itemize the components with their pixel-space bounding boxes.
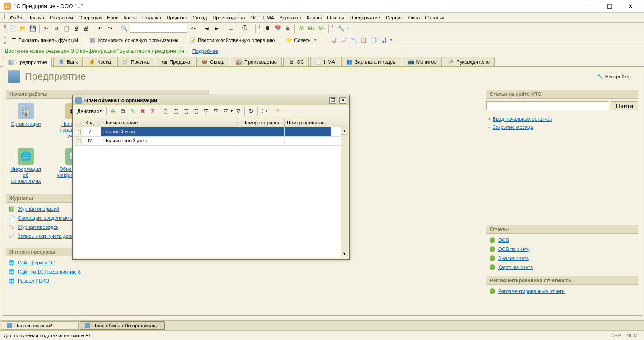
- print2-icon[interactable]: 🖨: [82, 24, 91, 33]
- edit-icon[interactable]: ✎: [128, 107, 137, 116]
- its-search-button[interactable]: Найти: [611, 101, 638, 110]
- link-osv-account[interactable]: ОСВ по счету: [498, 246, 530, 252]
- banner-more-link[interactable]: Подробнее: [192, 48, 218, 54]
- calendar-icon[interactable]: 📅: [273, 24, 282, 33]
- report6-icon[interactable]: 📊: [379, 36, 388, 45]
- mark-delete-icon[interactable]: ⊠: [148, 107, 157, 116]
- link-reg-reports[interactable]: Регламентированные отчеты: [498, 288, 565, 294]
- link-initial-balances[interactable]: Ввод начальных остатков: [493, 116, 552, 122]
- close-button[interactable]: ✕: [621, 0, 640, 12]
- actions-dropdown[interactable]: Действия ▾: [75, 108, 104, 115]
- link-1c-site[interactable]: Сайт фирмы 1С: [18, 260, 55, 265]
- filter2-icon[interactable]: ▽: [211, 107, 220, 116]
- col-code[interactable]: Код: [83, 118, 101, 127]
- mem-mminus-icon[interactable]: M-: [317, 24, 326, 33]
- task-panel-functions[interactable]: Панель функций: [2, 321, 79, 330]
- link-account-card[interactable]: Карточка счета: [498, 264, 533, 270]
- display-icon[interactable]: 🖵: [260, 107, 269, 116]
- move-icon[interactable]: ⬚: [171, 107, 180, 116]
- move2-icon[interactable]: ⬚: [181, 107, 190, 116]
- menu-service[interactable]: Сервис: [383, 14, 406, 21]
- open-icon[interactable]: 📂: [18, 24, 27, 33]
- menu-sale[interactable]: Продажа: [164, 14, 190, 21]
- link-rcko[interactable]: Раздел РЦКО: [18, 278, 49, 283]
- modal-titlebar[interactable]: План обмена По организации ❐ ✕: [73, 95, 349, 105]
- icon-organizations[interactable]: 🏢 Организации: [9, 103, 43, 139]
- tab-enterprise[interactable]: 🏢Предприятие: [3, 57, 52, 67]
- menu-salary[interactable]: Зарплата: [277, 14, 304, 21]
- nav-back-icon[interactable]: ◄: [202, 24, 211, 33]
- tab-monitor[interactable]: 📺Монитор: [403, 57, 442, 66]
- set-org-button[interactable]: 🏢 Установить основную организацию: [86, 36, 182, 45]
- col-recv[interactable]: Номер принятог...: [285, 118, 331, 127]
- tab-sale[interactable]: 🛍Продажа: [156, 57, 195, 66]
- cut-icon[interactable]: ✂: [42, 24, 51, 33]
- delete-icon[interactable]: ✖: [138, 107, 147, 116]
- task-exchange-plan[interactable]: План обмена По организац...: [80, 321, 165, 330]
- menu-operations[interactable]: Операции: [47, 14, 75, 21]
- menu-kassa[interactable]: Касса: [121, 14, 140, 21]
- table-row[interactable]: ⬚ ПУ Подчиненный узел: [74, 137, 348, 146]
- search-input[interactable]: [130, 24, 187, 33]
- mem-mplus-icon[interactable]: M+: [307, 24, 316, 33]
- search-icon[interactable]: 🔍: [120, 24, 129, 33]
- tab-production[interactable]: 🏭Производство: [231, 57, 282, 66]
- help-icon[interactable]: ?: [273, 107, 282, 116]
- scroll-up-icon[interactable]: ▲: [341, 128, 348, 135]
- link-month-close[interactable]: Закрытие месяца: [493, 124, 533, 130]
- link-1c8-site[interactable]: Сайт по 1С:Предприятию 8: [18, 269, 81, 274]
- tips-button[interactable]: ⭐ Советы▾: [283, 36, 319, 45]
- filter-icon[interactable]: ▽: [201, 107, 210, 116]
- nav-fwd-icon[interactable]: ►: [212, 24, 221, 33]
- tab-warehouse[interactable]: 📦Склад: [196, 57, 229, 66]
- menu-os[interactable]: ОС: [247, 14, 261, 21]
- report2-icon[interactable]: 📈: [340, 36, 349, 45]
- undo-icon[interactable]: ↶: [96, 24, 105, 33]
- report5-icon[interactable]: 📑: [369, 36, 378, 45]
- minimize-button[interactable]: —: [579, 0, 599, 12]
- filter-clear-icon[interactable]: ▽: [221, 107, 230, 116]
- copy-icon[interactable]: ⧉: [52, 24, 61, 33]
- tab-salary[interactable]: 👥Зарплата и кадры: [341, 57, 401, 66]
- calc-icon[interactable]: 🖩: [263, 24, 272, 33]
- add-icon[interactable]: ⊕: [108, 107, 117, 116]
- show-panel-button[interactable]: 🗔 Показать панель функций: [8, 36, 81, 45]
- menu-reports[interactable]: Отчеты: [324, 14, 347, 21]
- scrollbar[interactable]: ▲ ▼: [341, 128, 348, 257]
- filter-off-icon[interactable]: ▽: [233, 107, 243, 116]
- save-icon[interactable]: 💾: [28, 24, 37, 33]
- mem-m-icon[interactable]: M: [297, 24, 306, 33]
- menu-operations2[interactable]: Операции: [76, 14, 104, 21]
- col-name[interactable]: Наименование▴: [101, 118, 240, 127]
- menu-enterprise[interactable]: Предприятие: [347, 14, 383, 21]
- its-search-input[interactable]: [486, 101, 609, 110]
- menu-file[interactable]: Файл: [7, 14, 25, 21]
- menu-production[interactable]: Производство: [210, 14, 247, 21]
- col-sent[interactable]: Номер отправле...: [240, 118, 285, 127]
- tab-bank[interactable]: 🏦Банк: [53, 57, 83, 66]
- tab-kassa[interactable]: 💰Касса: [84, 57, 116, 66]
- menu-help[interactable]: Справка: [422, 14, 447, 21]
- menu-staff[interactable]: Кадры: [304, 14, 324, 21]
- modal-restore-button[interactable]: ❐: [329, 97, 336, 104]
- link-journal-ops[interactable]: Журнал операций: [18, 206, 59, 212]
- tab-os[interactable]: 🖥ОС: [283, 57, 309, 66]
- modal-close-button[interactable]: ✕: [339, 97, 346, 104]
- redo-icon[interactable]: ↷: [106, 24, 115, 33]
- wrench-icon[interactable]: 🔧: [336, 24, 345, 33]
- configure-button[interactable]: 🔧 Настройка...: [594, 73, 636, 80]
- link-postings[interactable]: Журнал проводок: [18, 224, 58, 230]
- tab-manager[interactable]: ⚠Руководителю: [443, 57, 495, 66]
- menu-warehouse[interactable]: Склад: [190, 14, 210, 21]
- hier-icon[interactable]: ⬚: [161, 107, 170, 116]
- tool1-icon[interactable]: ⚙: [283, 24, 292, 33]
- menu-nma[interactable]: НМА: [261, 14, 277, 21]
- maximize-button[interactable]: ☐: [600, 0, 620, 12]
- table-row[interactable]: ⬚ ГУ Главный узел: [74, 128, 348, 137]
- refresh-icon[interactable]: ↻: [247, 107, 256, 116]
- report1-icon[interactable]: 📊: [330, 36, 339, 45]
- print-icon[interactable]: 🖨: [72, 24, 81, 33]
- search-clear-icon[interactable]: ✕▾: [188, 24, 197, 33]
- menu-windows[interactable]: Окна: [406, 14, 423, 21]
- link-account-analysis[interactable]: Анализ счета: [498, 255, 529, 261]
